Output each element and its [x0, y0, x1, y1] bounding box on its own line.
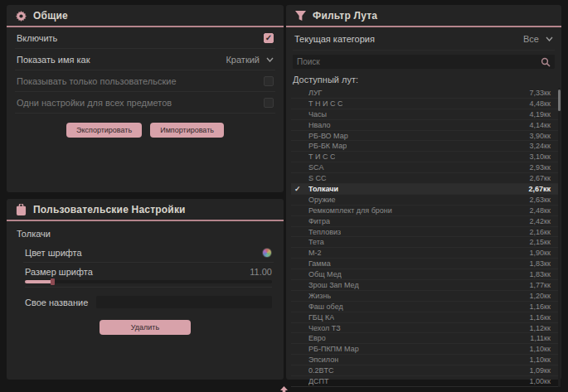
loot-item-name: Нвало: [308, 121, 331, 129]
loot-item-name: Т И С С: [308, 152, 335, 161]
loot-item-name: РБ-БК Мар: [308, 142, 347, 150]
loot-item-name: ДСПТ: [308, 377, 329, 385]
general-panel: Общие Включить ✓ Показать имя как Кратки…: [7, 5, 284, 192]
loot-row[interactable]: Ремкомплект для брони 2,48кк: [291, 206, 561, 216]
loot-row[interactable]: 0.2BTC 1,09кк: [291, 365, 561, 376]
loot-filter-panel: Фильтр Лута Текущая категория Все Доступ…: [286, 5, 561, 380]
loot-item-value: 2,93кк: [530, 163, 551, 172]
list-scrollbar-track[interactable]: [558, 88, 561, 387]
name-mode-label: Показать имя как: [17, 55, 90, 65]
loot-row[interactable]: Тепловиз 2,16кк: [291, 227, 561, 238]
font-color-label: Цвет шрифта: [25, 248, 82, 258]
loot-item-name: Т Н И С С: [308, 99, 342, 108]
loot-item-value: 4,19кк: [530, 110, 551, 119]
category-value: Все: [523, 34, 539, 44]
loot-row[interactable]: ЛУГ 7,33кк: [291, 88, 561, 99]
loot-row[interactable]: Евро 1,11кк: [291, 333, 561, 344]
loot-row[interactable]: Нвало 4,14кк: [291, 120, 561, 131]
color-wheel-icon[interactable]: [262, 248, 272, 258]
loot-item-value: 1,00кк: [530, 377, 551, 385]
search-icon[interactable]: [541, 57, 551, 67]
item-group-label: Толкачи: [17, 229, 274, 239]
loot-item-value: 3,10кк: [530, 152, 551, 161]
only-custom-label: Показывать только пользовательские: [17, 76, 177, 86]
loot-filter-header: Фильтр Лута: [286, 5, 561, 27]
loot-row[interactable]: Тета 2,15кк: [291, 237, 561, 248]
loot-item-value: 2,63кк: [530, 196, 551, 204]
loot-item-value: 1,11кк: [530, 334, 551, 342]
name-mode-value: Краткий: [226, 55, 260, 65]
loot-row[interactable]: ДСПТ 1,00кк: [291, 376, 561, 387]
loot-row[interactable]: Оружие 2,63кк: [291, 195, 561, 206]
slider-handle[interactable]: [51, 278, 55, 285]
loot-row[interactable]: Жизнь 1,20кк: [291, 291, 561, 302]
loot-item-value: 2,16кк: [530, 228, 551, 236]
setting-row-enable: Включить ✓: [15, 27, 275, 49]
loot-item-value: 2,48кк: [530, 206, 551, 215]
loot-item-name: Оружие: [308, 196, 336, 204]
loot-item-name: Чехол ТЗ: [308, 324, 341, 332]
setting-row-same-settings: Одни настройки для всех предметов: [15, 92, 275, 114]
slider-fill: [25, 280, 53, 283]
custom-settings-header: Пользовательские Настройки: [7, 199, 284, 221]
loot-item-value: 1,90кк: [530, 249, 551, 257]
loot-row[interactable]: Часы 4,19кк: [291, 109, 561, 120]
category-select[interactable]: Все: [523, 34, 553, 44]
loot-item-value: 4,48кк: [530, 99, 551, 108]
loot-item-value: 2,67кк: [528, 185, 551, 193]
loot-item-name: Фитра: [308, 217, 330, 225]
delete-button[interactable]: Удалить: [100, 320, 191, 335]
loot-filter-title: Фильтр Лута: [313, 10, 377, 22]
only-custom-checkbox[interactable]: [264, 76, 274, 86]
loot-row[interactable]: SCA 2,93кк: [291, 162, 561, 173]
check-icon: ✓: [294, 185, 301, 193]
import-button[interactable]: Импортировать: [150, 123, 224, 138]
custom-settings-panel: Пользовательские Настройки Толкачи Цвет …: [7, 199, 284, 380]
loot-row[interactable]: S СС 2,67кк: [291, 173, 561, 184]
loot-row[interactable]: Гамма 1,83кк: [291, 259, 561, 269]
loot-row[interactable]: РБ-ВО Мар 3,90кк: [291, 131, 561, 142]
loot-row[interactable]: ✓ Толкачи 2,67кк: [291, 184, 561, 195]
loot-item-name: РБ-ВО Мар: [308, 132, 348, 140]
custom-name-input[interactable]: [96, 296, 272, 308]
loot-row[interactable]: Чехол ТЗ 1,12кк: [291, 323, 561, 334]
loot-list: ЛУГ 7,33кк Т Н И С С 4,48кк Часы 4,19кк …: [291, 88, 561, 387]
loot-item-value: 1,09кк: [530, 366, 551, 375]
loot-row[interactable]: Фаш обед 1,16кк: [291, 302, 561, 312]
search-input[interactable]: [297, 57, 541, 66]
general-panel-title: Общие: [33, 10, 68, 22]
loot-item-name: Тепловиз: [308, 228, 341, 236]
slider-track: [25, 280, 272, 283]
loot-item-value: 1,83кк: [530, 270, 551, 278]
list-scrollbar-handle[interactable]: [558, 90, 561, 111]
loot-item-value: 4,14кк: [530, 121, 551, 129]
loot-row[interactable]: Зрош Зап Мед 1,77кк: [291, 280, 561, 291]
enable-checkbox[interactable]: ✓: [264, 33, 274, 43]
loot-row[interactable]: ГБЦ КА 1,16кк: [291, 312, 561, 323]
loot-item-value: 2,15кк: [530, 238, 551, 246]
same-settings-label: Одни настройки для всех предметов: [17, 98, 172, 108]
loot-row[interactable]: М-2 1,90кк: [291, 248, 561, 259]
loot-row[interactable]: Общ Мед 1,83кк: [291, 269, 561, 280]
same-settings-checkbox[interactable]: [264, 98, 274, 108]
loot-row[interactable]: Фитра 2,42кк: [291, 216, 561, 227]
name-mode-select[interactable]: Краткий: [226, 55, 274, 65]
loot-item-name: Эпсилон: [308, 356, 338, 364]
font-size-slider[interactable]: [25, 278, 272, 288]
loot-item-name: Фаш обед: [308, 302, 343, 311]
general-panel-header: Общие: [7, 5, 284, 27]
loot-item-name: Часы: [308, 110, 327, 119]
loot-row[interactable]: РБ-БК Мар 3,24кк: [291, 141, 561, 152]
loot-item-value: 1,16кк: [530, 302, 551, 311]
loot-item-name: Тета: [308, 238, 324, 246]
enable-label: Включить: [17, 33, 57, 43]
export-button[interactable]: Экспортировать: [66, 123, 142, 138]
loot-row[interactable]: Т И С С 3,10кк: [291, 152, 561, 162]
loot-row[interactable]: Т Н И С С 4,48кк: [291, 99, 561, 109]
loot-row[interactable]: Эпсилон 1,10кк: [291, 355, 561, 365]
loot-item-value: 1,10кк: [530, 356, 551, 364]
category-label: Текущая категория: [294, 34, 375, 44]
loot-row[interactable]: РБ-ПКПМ Мар 1,10кк: [291, 344, 561, 355]
loot-item-name: Зрош Зап Мед: [308, 281, 359, 289]
up-arrow-icon[interactable]: [279, 382, 289, 392]
